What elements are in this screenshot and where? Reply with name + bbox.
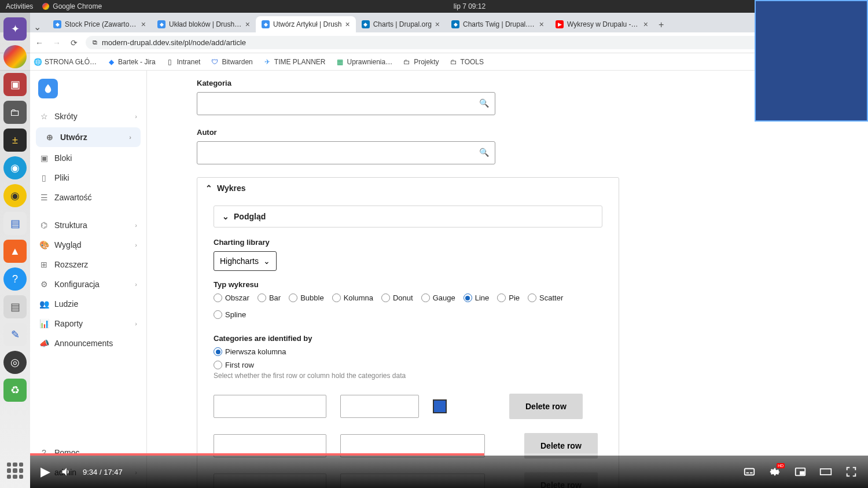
close-icon[interactable]: × xyxy=(141,20,146,29)
drupal-favicon: ◆ xyxy=(262,20,270,28)
dock-obs[interactable]: ◎ xyxy=(3,351,27,374)
bookmark-bitwarden[interactable]: 🛡Bitwarden xyxy=(211,58,252,66)
categories-radios: Pierwsza kolumna First row xyxy=(214,347,602,369)
radio-pie[interactable]: Pie xyxy=(497,293,520,302)
sidebar-item-skroty[interactable]: ☆Skróty› xyxy=(30,107,146,126)
radio-obszar[interactable]: Obszar xyxy=(214,293,249,302)
bookmark-strona[interactable]: 🌐STRONA GŁÓ… xyxy=(34,58,97,66)
sidebar-item-ludzie[interactable]: 👥Ludzie xyxy=(30,294,146,314)
dock-app-11[interactable]: ▤ xyxy=(3,295,27,318)
activities-button[interactable]: Activities xyxy=(6,2,33,10)
close-icon[interactable]: × xyxy=(643,20,648,29)
reload-button[interactable]: ⟳ xyxy=(68,38,80,47)
globe-icon: 🌐 xyxy=(34,58,42,66)
dock-app-9[interactable]: ▲ xyxy=(3,240,27,263)
dock-app-10[interactable]: ? xyxy=(3,267,27,291)
sidebar-item-struktura[interactable]: ⌬Struktura› xyxy=(30,215,146,235)
bookmark-timeplanner[interactable]: ✈TIME PLANNER xyxy=(263,58,326,66)
clock[interactable]: lip 7 09:12 xyxy=(454,2,486,10)
address-bar[interactable]: ⧉ modern-drupal.ddev.site/pl/node/add/ar… xyxy=(86,36,798,49)
close-icon[interactable]: × xyxy=(245,20,250,29)
library-select[interactable]: Highcharts ⌄ xyxy=(214,251,277,271)
sidebar-item-utworz[interactable]: ⊕Utwórz› xyxy=(36,127,141,147)
tab-charts[interactable]: ◆ Charts | Drupal.org × xyxy=(356,16,446,32)
sidebar-item-zawartosc[interactable]: ☰Zawartość xyxy=(30,188,146,207)
show-apps-icon[interactable] xyxy=(3,459,27,482)
dock-chrome[interactable] xyxy=(3,45,27,68)
close-icon[interactable]: × xyxy=(435,20,440,29)
delete-row-button[interactable]: Delete row xyxy=(509,394,583,419)
author-input[interactable]: 🔍 xyxy=(197,141,495,164)
radio-bubble[interactable]: Bubble xyxy=(289,293,323,302)
tab-search-icon[interactable]: ⌄ xyxy=(30,21,44,32)
preview-fieldset-toggle[interactable]: ⌄ Podgląd xyxy=(214,206,602,227)
dock-app-7[interactable]: ◉ xyxy=(3,184,27,207)
url-text: modern-drupal.ddev.site/pl/node/add/arti… xyxy=(102,38,246,47)
tab-wykresy[interactable]: ▶ Wykresy w Drupalu - Pr × xyxy=(550,16,654,32)
dock-app-6[interactable]: ◉ xyxy=(3,156,27,179)
sidebar-item-bloki[interactable]: ▣Bloki xyxy=(30,148,146,168)
radio-bar[interactable]: Bar xyxy=(258,293,281,302)
bookmark-projekty[interactable]: 🗀Projekty xyxy=(403,58,439,66)
file-icon: ▯ xyxy=(39,173,49,182)
radio-first-column[interactable]: Pierwsza kolumna xyxy=(214,347,602,356)
tab-utworz-artykul[interactable]: ◆ Utwórz Artykuł | Drush × xyxy=(256,16,356,32)
bookmark-jira[interactable]: ◆Bartek - Jira xyxy=(107,58,156,66)
chevron-right-icon: › xyxy=(135,320,137,327)
dock-app-8[interactable]: ▤ xyxy=(3,212,27,235)
dock-app-12[interactable]: ✎ xyxy=(3,323,27,346)
site-info-icon[interactable]: ⧉ xyxy=(93,39,97,46)
chrome-icon xyxy=(42,3,49,10)
close-icon[interactable]: × xyxy=(539,20,544,29)
forward-button[interactable]: → xyxy=(51,38,62,47)
sidebar-item-raporty[interactable]: 📊Raporty› xyxy=(30,314,146,333)
bookmark-intranet[interactable]: ▯Intranet xyxy=(166,58,201,66)
dock-files[interactable]: 🗀 xyxy=(3,101,27,124)
miniplayer-icon[interactable] xyxy=(794,465,807,478)
bookmark-tools[interactable]: 🗀TOOLS xyxy=(450,58,484,66)
subtitles-icon[interactable] xyxy=(743,465,756,478)
sidebar-item-pliki[interactable]: ▯Pliki xyxy=(30,168,146,188)
dock-app-14[interactable]: ♻ xyxy=(3,379,27,402)
drupal-logo[interactable] xyxy=(38,79,58,98)
data-cell-1-1[interactable] xyxy=(214,395,326,418)
bookmark-uprawnienia[interactable]: ▦Uprawnienia… xyxy=(336,58,392,66)
chevron-down-icon: ⌄ xyxy=(263,256,270,266)
gear-icon: ⚙ xyxy=(39,280,49,289)
radio-line[interactable]: Line xyxy=(464,293,490,302)
chrome-indicator[interactable]: Google Chrome xyxy=(42,2,102,10)
tab-charts-twig[interactable]: ◆ Charts Twig | Drupal.org × xyxy=(446,16,550,32)
radio-spline[interactable]: Spline xyxy=(214,310,246,319)
radio-gauge[interactable]: Gauge xyxy=(421,293,455,302)
volume-icon[interactable] xyxy=(61,466,72,478)
play-button[interactable]: ▶ xyxy=(41,464,50,479)
blocks-icon: ▣ xyxy=(39,153,49,163)
radio-donut[interactable]: Donut xyxy=(381,293,413,302)
chevron-right-icon: › xyxy=(135,241,137,248)
dock-app-1[interactable]: ✦ xyxy=(3,17,27,41)
radio-scatter[interactable]: Scatter xyxy=(528,293,563,302)
preview-fieldset: ⌄ Podgląd xyxy=(214,206,602,228)
color-swatch[interactable] xyxy=(433,399,447,413)
category-input[interactable]: 🔍 xyxy=(197,92,495,115)
categories-hint: Select whether the first row or column h… xyxy=(214,372,602,380)
dock-app-5[interactable]: ± xyxy=(3,129,27,152)
webcam-overlay xyxy=(755,0,868,122)
chart-fieldset-toggle[interactable]: ⌃ Wykres xyxy=(197,178,619,199)
settings-icon[interactable]: HD xyxy=(768,465,781,478)
fullscreen-icon[interactable] xyxy=(845,465,858,478)
close-icon[interactable]: × xyxy=(345,20,350,29)
radio-first-row[interactable]: First row xyxy=(214,361,602,369)
sidebar-item-rozszerz[interactable]: ⊞Rozszerz xyxy=(30,255,146,274)
radio-kolumna[interactable]: Kolumna xyxy=(332,293,373,302)
sidebar-item-konfiguracja[interactable]: ⚙Konfiguracja› xyxy=(30,274,146,294)
dock-terminal[interactable]: ▣ xyxy=(3,73,27,96)
sidebar-item-wyglad[interactable]: 🎨Wygląd› xyxy=(30,235,146,255)
new-tab-button[interactable]: + xyxy=(654,17,668,32)
data-cell-1-2[interactable] xyxy=(340,395,419,418)
sidebar-item-announcements[interactable]: 📣Announcements xyxy=(30,333,146,353)
back-button[interactable]: ← xyxy=(34,38,45,47)
tab-stock-price[interactable]: ◆ Stock Price (Zawartość) × xyxy=(47,16,152,32)
tab-uklad-blokow[interactable]: ◆ Układ bloków | Drush Si × xyxy=(152,16,256,32)
theater-icon[interactable] xyxy=(819,465,832,478)
